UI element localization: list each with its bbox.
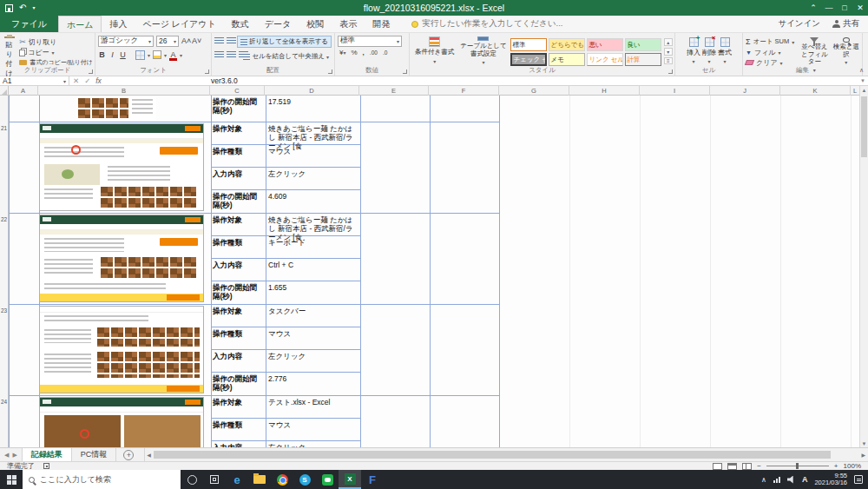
delete-cells-button[interactable]: 削除▾ [702, 35, 716, 65]
tab-home[interactable]: ホーム [58, 16, 102, 32]
cell-label[interactable]: 入力内容 [211, 259, 266, 281]
tab-insert[interactable]: 挿入 [102, 16, 135, 32]
shrink-font-button[interactable]: A˅ [192, 36, 200, 45]
cell-label[interactable]: 操作の開始間隔(秒) [211, 96, 266, 121]
insert-function-icon[interactable]: fx [95, 76, 102, 85]
tab-review[interactable]: 校閲 [299, 16, 332, 32]
column-header[interactable]: E [359, 86, 429, 96]
hidden-icons-chevron[interactable]: ∧ [761, 476, 766, 484]
insert-cells-button[interactable]: 挿入▾ [687, 35, 700, 65]
styles-dialog-launcher[interactable] [668, 69, 673, 74]
column-header[interactable]: C [210, 86, 265, 96]
cell-label[interactable]: 操作対象 [211, 214, 266, 235]
cell-value[interactable]: タスクバー [266, 305, 360, 327]
horizontal-scroll-thumb[interactable] [154, 451, 831, 459]
style-chip-calculation[interactable]: 計算 [625, 53, 661, 66]
macro-record-icon[interactable] [43, 463, 49, 469]
start-button[interactable] [0, 475, 23, 485]
cell-value[interactable]: 焼きあご塩らー麺 たかはし 新宿本店 - 西武新宿/ラーメン [食 [266, 122, 360, 144]
cell-label[interactable]: 操作の開始間隔(秒) [211, 373, 266, 395]
column-header[interactable]: L [851, 86, 859, 96]
column-header[interactable]: K [780, 86, 851, 96]
grow-font-button[interactable]: A˄ [181, 36, 189, 45]
fill-color-icon[interactable] [153, 50, 161, 59]
cell-value[interactable]: 左クリック [266, 168, 360, 189]
cell-label[interactable]: 操作種類 [211, 236, 266, 258]
normal-view-icon[interactable] [713, 463, 722, 470]
scroll-left-icon[interactable]: ◀ [147, 452, 151, 458]
bold-button[interactable]: B [98, 50, 106, 59]
chat-app-button[interactable] [316, 470, 339, 489]
gallery-more-button[interactable]: ≡ [664, 57, 673, 64]
cell-value[interactable]: 17.519 [266, 96, 360, 121]
cell-value[interactable]: Ctrl + C [266, 259, 360, 281]
font-size-select[interactable]: 26▾ [156, 36, 179, 47]
percent-format-button[interactable]: % [351, 49, 357, 56]
cortana-button[interactable] [181, 470, 203, 489]
taskbar-clock[interactable]: 9:55 2021/03/16 [814, 472, 847, 487]
cut-button[interactable]: ✂切り取り [19, 37, 93, 46]
fill-button[interactable]: ▼フィル▾ [746, 48, 797, 56]
screenshot-thumbnail[interactable] [39, 306, 204, 393]
new-sheet-button[interactable]: + [123, 450, 134, 460]
font-dialog-launcher[interactable] [205, 69, 209, 74]
action-center-icon[interactable] [854, 475, 863, 484]
font-color-icon[interactable]: A [169, 50, 177, 59]
find-select-button[interactable]: 検索と選択 ▾ [832, 35, 860, 65]
cancel-entry-icon[interactable]: ✕ [73, 76, 79, 85]
undo-icon[interactable]: ↶ [19, 3, 26, 12]
increase-decimal-button[interactable]: .00 [370, 50, 378, 56]
name-box[interactable]: A1 ▾ [0, 76, 69, 85]
cell-label[interactable]: 操作の開始間隔(秒) [211, 281, 266, 304]
cell-label[interactable]: 操作対象 [211, 122, 266, 144]
chrome-app-button[interactable] [271, 470, 293, 489]
f-app-button[interactable]: F [361, 470, 384, 489]
name-box-dropdown-icon[interactable]: ▾ [63, 78, 66, 84]
close-button[interactable]: ✕ [852, 0, 868, 16]
confirm-entry-icon[interactable]: ✓ [84, 76, 90, 85]
row-header[interactable]: 24 [0, 399, 8, 405]
column-header[interactable]: F [429, 86, 499, 96]
style-chip-check-cell[interactable]: チェック セ... [510, 53, 547, 66]
tell-me-box[interactable]: 実行したい作業を入力してください... [411, 16, 562, 32]
italic-button[interactable]: I [108, 50, 116, 59]
page-break-view-icon[interactable] [742, 463, 752, 470]
style-chip-normal[interactable]: 標準 [510, 38, 547, 51]
sheet-prev-icon[interactable]: ◀ [4, 452, 9, 459]
cell-value[interactable]: 左クリック [266, 350, 360, 372]
column-header[interactable]: H [569, 86, 640, 96]
sheet-tab-record[interactable]: 記録結果 [22, 448, 72, 461]
zoom-in-icon[interactable]: + [834, 462, 838, 470]
select-all-corner[interactable] [0, 86, 9, 96]
cell-label[interactable]: 操作種類 [211, 145, 266, 167]
sort-filter-button[interactable]: 並べ替えとフィルター ▾ [799, 35, 830, 65]
collapse-ribbon-button[interactable]: ∧ [859, 67, 864, 74]
horizontal-scrollbar[interactable]: ◀ ▶ [144, 448, 868, 461]
cell-label[interactable]: 入力内容 [211, 168, 266, 189]
align-center-icon[interactable] [227, 51, 236, 59]
style-chip-note[interactable]: メモ [549, 53, 585, 66]
autosum-button[interactable]: Σオート SUM▾ [746, 37, 797, 46]
task-view-button[interactable] [203, 470, 226, 489]
style-chip-good[interactable]: 良い [625, 38, 661, 51]
save-icon[interactable] [5, 4, 13, 12]
cell-label[interactable]: 操作種類 [211, 419, 266, 440]
screenshot-thumbnail[interactable] [39, 123, 204, 211]
cell-value[interactable]: 左クリック [266, 441, 360, 447]
cell-value[interactable]: 2.776 [266, 373, 360, 395]
alignment-dialog-launcher[interactable] [328, 69, 332, 74]
tab-data[interactable]: データ [257, 16, 299, 32]
column-header[interactable]: J [710, 86, 780, 96]
sheet-tab-pc-info[interactable]: PC情報 [72, 448, 117, 461]
share-button[interactable]: 共有 [832, 18, 859, 30]
row-header[interactable]: 23 [0, 307, 8, 314]
currency-format-button[interactable]: ¥▾ [339, 49, 345, 56]
align-top-icon[interactable] [214, 37, 224, 45]
row-header[interactable]: 21 [0, 125, 8, 131]
conditional-formatting-button[interactable]: 条件付き書式 ▾ [412, 35, 457, 65]
column-header[interactable]: B [38, 86, 210, 96]
vertical-scroll-thumb[interactable] [861, 96, 867, 157]
cell-value[interactable]: マウス [266, 419, 360, 440]
cell-value[interactable]: マウス [266, 145, 360, 167]
cell-label[interactable]: 操作対象 [211, 396, 266, 418]
